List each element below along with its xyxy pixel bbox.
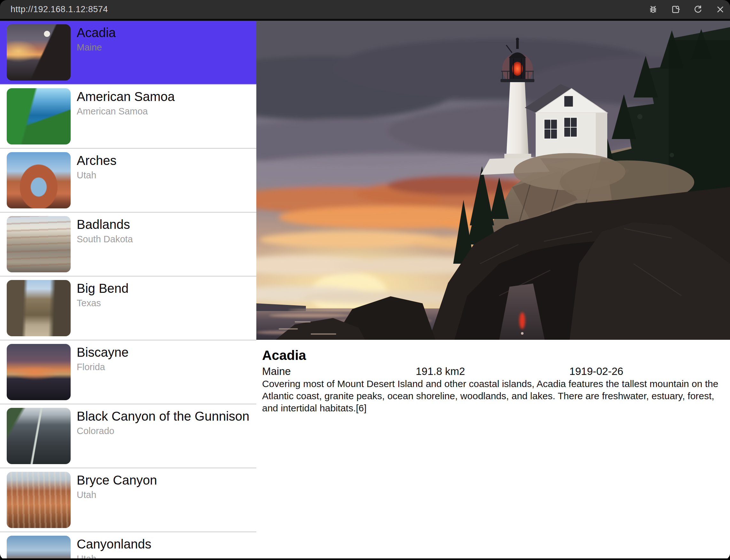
park-thumbnail — [7, 536, 71, 558]
park-list-item[interactable]: Badlands South Dakota — [0, 213, 256, 276]
park-photo — [256, 21, 730, 340]
park-meta: Badlands South Dakota — [71, 213, 136, 245]
detail-established: 1919-02-26 — [569, 365, 723, 377]
park-meta: Acadia Maine — [71, 21, 119, 53]
close-icon[interactable] — [715, 4, 726, 15]
url-text: http://192.168.1.12:8574 — [11, 4, 108, 14]
park-state: American Samoa — [77, 106, 175, 117]
debug-icon[interactable] — [648, 4, 658, 15]
park-thumbnail — [7, 152, 71, 208]
park-meta: Big Bend Texas — [71, 276, 132, 308]
park-state: Utah — [77, 553, 151, 558]
park-thumbnail — [7, 408, 71, 464]
refresh-icon[interactable] — [692, 4, 703, 15]
park-state: Texas — [77, 298, 128, 308]
titlebar: http://192.168.1.12:8574 — [0, 0, 730, 21]
detail-stats: Maine 191.8 km2 1919-02-26 — [262, 365, 723, 377]
park-meta: Black Canyon of the Gunnison Colorado — [71, 404, 252, 436]
park-state: Maine — [77, 42, 116, 53]
park-list-item[interactable]: American Samoa American Samoa — [0, 85, 256, 149]
inspect-icon[interactable] — [670, 4, 681, 15]
park-meta: Arches Utah — [71, 149, 120, 181]
park-name: Arches — [77, 153, 117, 168]
park-name: Acadia — [77, 25, 116, 40]
detail-area: 191.8 km2 — [416, 365, 570, 377]
park-list-item[interactable]: Arches Utah — [0, 149, 256, 213]
app-window: http://192.168.1.12:8574 — [0, 0, 730, 560]
park-thumbnail — [7, 280, 71, 336]
park-meta: Biscayne Florida — [71, 340, 132, 372]
park-meta: Canyonlands Utah — [71, 532, 155, 558]
park-state: Utah — [77, 489, 157, 500]
park-thumbnail — [7, 216, 71, 272]
detail-title: Acadia — [262, 348, 723, 363]
park-thumbnail — [7, 472, 71, 528]
park-thumbnail — [7, 24, 71, 81]
park-state: Florida — [77, 362, 128, 372]
park-state: South Dakota — [77, 234, 133, 245]
park-meta: American Samoa American Samoa — [71, 85, 178, 117]
park-thumbnail — [7, 88, 71, 144]
park-name: American Samoa — [77, 89, 175, 104]
park-list-item[interactable]: Bryce Canyon Utah — [0, 468, 256, 532]
detail-panel: Acadia Maine 191.8 km2 1919-02-26 Coveri… — [256, 21, 730, 558]
park-list-item[interactable]: Black Canyon of the Gunnison Colorado — [0, 404, 256, 468]
park-name: Biscayne — [77, 345, 128, 360]
park-name: Black Canyon of the Gunnison — [77, 409, 249, 424]
titlebar-icons — [648, 4, 730, 15]
detail-description: Covering most of Mount Desert Island and… — [262, 378, 723, 414]
park-state: Colorado — [77, 425, 249, 436]
parks-list[interactable]: Acadia Maine American Samoa American Sam… — [0, 21, 256, 558]
park-name: Bryce Canyon — [77, 473, 157, 487]
park-name: Big Bend — [77, 281, 128, 296]
detail-state: Maine — [262, 365, 416, 377]
park-list-item[interactable]: Acadia Maine — [0, 21, 256, 85]
park-name: Canyonlands — [77, 537, 151, 551]
main-content: Acadia Maine American Samoa American Sam… — [0, 21, 730, 558]
park-thumbnail — [7, 344, 71, 400]
park-state: Utah — [77, 170, 117, 181]
park-name: Badlands — [77, 217, 133, 232]
park-list-item[interactable]: Biscayne Florida — [0, 340, 256, 404]
park-meta: Bryce Canyon Utah — [71, 468, 160, 500]
park-list-item[interactable]: Canyonlands Utah — [0, 532, 256, 558]
park-list-item[interactable]: Big Bend Texas — [0, 276, 256, 340]
detail-text: Acadia Maine 191.8 km2 1919-02-26 Coveri… — [256, 340, 730, 414]
